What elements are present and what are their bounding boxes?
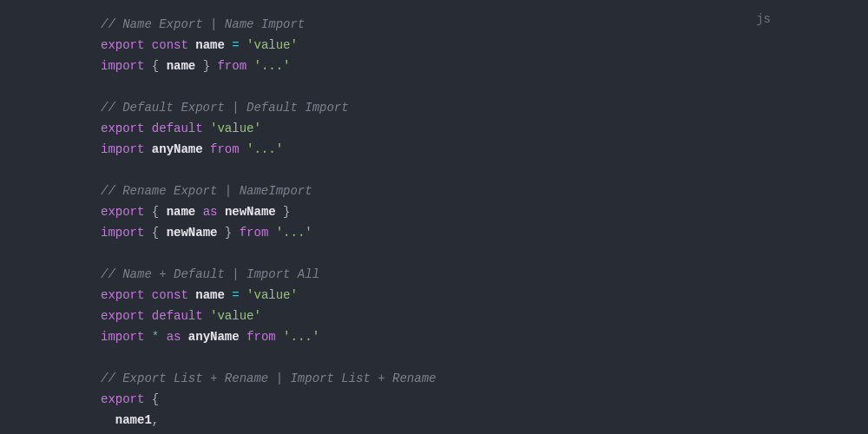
token-punct xyxy=(225,38,232,52)
code-line xyxy=(101,243,868,264)
token-keyword: export xyxy=(101,122,144,135)
token-keyword: import xyxy=(101,142,144,156)
token-punct xyxy=(188,288,195,302)
code-line: export const name = 'value' xyxy=(101,35,868,56)
token-punct xyxy=(181,330,187,344)
token-punct: , xyxy=(152,413,159,427)
token-ident: name xyxy=(167,205,196,219)
code-line: // Name + Default | Import All xyxy=(101,264,868,285)
code-line: // Default Export | Default Import xyxy=(101,97,868,118)
token-punct xyxy=(101,413,115,427)
token-string: '...' xyxy=(283,330,319,344)
code-line: // Rename Export | NameImport xyxy=(101,181,868,201)
token-punct xyxy=(144,122,151,135)
token-punct xyxy=(203,122,210,135)
code-line: import * as anyName from '...' xyxy=(101,326,868,347)
token-punct xyxy=(240,330,247,344)
token-punct xyxy=(217,205,224,219)
code-listing: // Name Export | Name Importexport const… xyxy=(101,14,868,431)
token-keyword: export xyxy=(101,38,144,52)
token-punct xyxy=(159,330,166,344)
code-line xyxy=(101,160,868,181)
token-punct xyxy=(144,330,151,344)
token-punct: } xyxy=(217,226,239,240)
token-keyword: from xyxy=(247,330,276,344)
token-op: = xyxy=(232,288,239,302)
token-keyword: import xyxy=(101,330,144,344)
token-punct: { xyxy=(144,226,166,240)
code-line: import { newName } from '...' xyxy=(101,222,868,243)
code-line: // Export List + Rename | Import List + … xyxy=(101,368,868,389)
token-punct xyxy=(225,288,232,302)
token-keyword: import xyxy=(101,59,144,73)
token-punct xyxy=(240,38,247,52)
code-line: export const name = 'value' xyxy=(101,285,868,306)
token-keyword: import xyxy=(101,226,144,240)
token-punct xyxy=(144,309,151,323)
token-ident: newName xyxy=(225,205,276,219)
token-keyword: export xyxy=(101,288,144,302)
code-line: import { name } from '...' xyxy=(101,56,868,76)
token-punct xyxy=(144,38,151,52)
token-keyword: export xyxy=(101,205,144,219)
token-keyword: export xyxy=(101,392,144,406)
code-line xyxy=(101,347,868,368)
token-punct xyxy=(240,142,247,156)
token-op: * xyxy=(152,330,159,344)
token-punct: { xyxy=(144,205,166,219)
token-keyword: default xyxy=(152,309,203,323)
code-block: js // Name Export | Name Importexport co… xyxy=(0,0,868,434)
token-string: 'value' xyxy=(247,288,298,302)
token-punct xyxy=(203,142,210,156)
code-line: export { xyxy=(101,389,868,410)
token-comment: // Export List + Rename | Import List + … xyxy=(101,372,436,385)
token-keyword: default xyxy=(152,122,203,135)
token-string: '...' xyxy=(247,142,283,156)
token-string: '...' xyxy=(253,59,290,73)
code-line xyxy=(101,76,868,97)
token-punct xyxy=(268,226,275,240)
token-comment: // Name Export | Name Import xyxy=(101,17,305,31)
code-line: export { name as newName } xyxy=(101,201,868,222)
token-string: 'value' xyxy=(247,38,298,52)
token-punct xyxy=(195,205,202,219)
token-string: 'value' xyxy=(210,309,261,323)
token-punct xyxy=(203,309,210,323)
code-line: import anyName from '...' xyxy=(101,139,868,160)
token-keyword: as xyxy=(167,330,181,344)
token-punct: } xyxy=(195,59,217,73)
token-ident: newName xyxy=(167,226,218,240)
token-punct: { xyxy=(144,59,166,73)
token-punct xyxy=(144,288,151,302)
token-comment: // Default Export | Default Import xyxy=(101,101,349,115)
token-ident: name xyxy=(195,38,225,52)
token-ident: anyName xyxy=(152,142,203,156)
token-keyword: const xyxy=(152,38,188,52)
token-keyword: const xyxy=(152,288,188,302)
token-ident: name1 xyxy=(115,413,152,427)
token-punct xyxy=(188,38,195,52)
token-punct xyxy=(276,330,283,344)
token-comment: // Rename Export | NameImport xyxy=(101,184,312,198)
token-keyword: export xyxy=(101,309,144,323)
token-comment: // Name + Default | Import All xyxy=(101,267,319,281)
token-string: 'value' xyxy=(210,122,261,135)
token-ident: name xyxy=(167,59,196,73)
code-line: export default 'value' xyxy=(101,306,868,326)
token-punct xyxy=(144,142,151,156)
token-punct: { xyxy=(144,392,159,406)
token-punct xyxy=(240,288,247,302)
language-label: js xyxy=(756,9,771,30)
token-punct: } xyxy=(276,205,291,219)
token-string: '...' xyxy=(276,226,312,240)
token-keyword: from xyxy=(217,59,247,73)
token-keyword: from xyxy=(210,142,240,156)
code-line: // Name Export | Name Import xyxy=(101,14,868,35)
token-keyword: as xyxy=(203,205,218,219)
token-ident: name xyxy=(195,288,225,302)
code-line: name1, xyxy=(101,410,868,431)
token-keyword: from xyxy=(240,226,269,240)
code-line: export default 'value' xyxy=(101,118,868,139)
token-ident: anyName xyxy=(188,330,240,344)
token-op: = xyxy=(232,38,239,52)
